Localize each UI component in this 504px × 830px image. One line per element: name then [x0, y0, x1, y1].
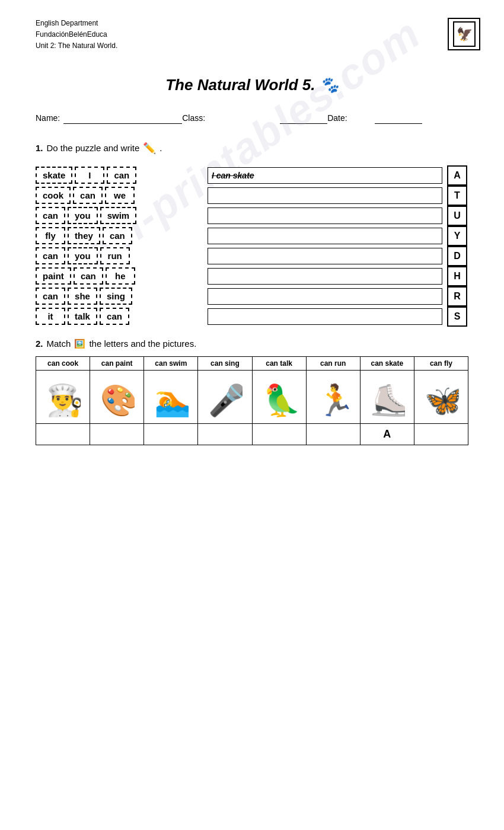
svg-text:🦜: 🦜: [262, 382, 296, 419]
word-box-can: can: [36, 247, 65, 264]
puzzle-row-7: ittalkcanS: [36, 307, 468, 327]
match-img-3: 🎤: [198, 370, 252, 423]
header-area: English Department FundaciónBelénEduca U…: [0, 0, 504, 58]
letter-box-D: D: [447, 246, 467, 266]
word-box-he: he: [106, 267, 135, 285]
svg-text:🎤: 🎤: [208, 382, 243, 419]
class-field: Class:: [182, 112, 327, 124]
match-header-1: can paint: [90, 356, 144, 370]
match-answer-4[interactable]: [252, 423, 306, 445]
date-field: Date:: [327, 112, 422, 124]
answer-box-0[interactable]: I can skate: [208, 167, 442, 184]
section2-text2: the letters and the pictures.: [89, 339, 196, 349]
match-img-0: 👨‍🍳: [36, 370, 90, 423]
name-input-line[interactable]: [63, 112, 182, 124]
name-label: Name:: [36, 113, 60, 123]
letter-box-S: S: [447, 307, 467, 327]
match-image-row: 👨‍🍳🎨🏊🎤🦜🏃⛸️🦋: [36, 370, 468, 423]
match-answer-2[interactable]: [144, 423, 198, 445]
match-img-2: 🏊: [144, 370, 198, 423]
match-header-0: can cook: [36, 356, 90, 370]
match-header-2: can swim: [144, 356, 198, 370]
match-img-1: 🎨: [90, 370, 144, 423]
match-answer-3[interactable]: [198, 423, 252, 445]
section1-text: Do the puzzle and write: [47, 143, 140, 153]
puzzle-row-4: canyourunD: [36, 246, 468, 266]
match-answer-7[interactable]: [414, 423, 468, 445]
date-input-line[interactable]: [375, 112, 422, 124]
match-header-3: can sing: [198, 356, 252, 370]
answer-box-2[interactable]: [208, 208, 442, 224]
letter-box-A: A: [447, 165, 467, 186]
header-line2: FundaciónBelénEduca: [36, 29, 117, 40]
match-img-4: 🦜: [252, 370, 306, 423]
word-box-can: can: [107, 167, 136, 184]
answer-box-6[interactable]: [208, 288, 442, 305]
match-answer-1[interactable]: [90, 423, 144, 445]
section1-number: 1.: [36, 143, 43, 153]
match-img-5: 🏃: [306, 370, 360, 423]
answer-box-4[interactable]: [208, 248, 442, 264]
header-line3: Unit 2: The Natural World.: [36, 40, 117, 52]
svg-text:👨‍🍳: 👨‍🍳: [46, 382, 81, 419]
match-header-4: can talk: [252, 356, 306, 370]
match-icon: 🖼️: [74, 339, 85, 349]
word-box-it: it: [36, 308, 65, 325]
name-field: Name:: [36, 112, 182, 124]
svg-text:🏊: 🏊: [154, 382, 189, 419]
match-answer-0[interactable]: [36, 423, 90, 445]
word-box-I: I: [75, 167, 104, 184]
word-box-talk: talk: [68, 308, 97, 325]
word-box-cook: cook: [36, 187, 71, 204]
word-box-you: you: [68, 207, 98, 224]
section1-instruction: 1. Do the puzzle and write ✏️ .: [36, 142, 468, 155]
match-header-row: can cookcan paintcan swimcan singcan tal…: [36, 356, 468, 370]
section2-instruction: 2. Match 🖼️ the letters and the pictures…: [36, 339, 468, 349]
word-box-paint: paint: [36, 267, 71, 285]
word-box-can: can: [103, 227, 132, 244]
word-box-can: can: [74, 267, 103, 285]
word-box-you: you: [68, 247, 98, 264]
svg-text:⛸️: ⛸️: [371, 382, 405, 419]
letter-box-H: H: [447, 266, 467, 286]
puzzle-row-5: paintcanheH: [36, 266, 468, 286]
section2-text: Match: [47, 339, 71, 349]
word-box-can: can: [36, 207, 65, 224]
puzzle-row-0: skateIcanI can skateA: [36, 165, 468, 186]
match-header-7: can fly: [414, 356, 468, 370]
answer-box-3[interactable]: [208, 228, 442, 244]
svg-text:🦋: 🦋: [425, 382, 459, 419]
match-answer-row: A: [36, 423, 468, 445]
svg-text:🎨: 🎨: [100, 382, 135, 419]
puzzle-row-2: canyouswimU: [36, 206, 468, 226]
puzzle-row-6: canshesingR: [36, 286, 468, 307]
fields-row: Name: Class: Date:: [0, 112, 504, 124]
school-logo: 🦅: [448, 18, 480, 50]
letter-box-T: T: [447, 186, 467, 206]
class-label: Class:: [182, 113, 205, 123]
word-box-can: can: [100, 308, 129, 325]
class-input-line[interactable]: [280, 112, 327, 124]
puzzle-row-1: cookcanweT: [36, 186, 468, 206]
match-img-6: ⛸️: [360, 370, 414, 423]
section2-number: 2.: [36, 339, 43, 349]
match-table: can cookcan paintcan swimcan singcan tal…: [36, 356, 468, 445]
answer-box-7[interactable]: [208, 308, 442, 325]
letter-box-Y: Y: [447, 226, 467, 246]
word-box-sing: sing: [100, 288, 132, 305]
letter-box-R: R: [447, 286, 467, 307]
page-title: The Natural World 5. 🐾: [0, 76, 504, 94]
match-answer-6[interactable]: A: [360, 423, 414, 445]
section1-period: .: [160, 143, 162, 153]
word-box-fly: fly: [36, 227, 65, 244]
answer-box-1[interactable]: [208, 187, 442, 204]
paw-icon: 🐾: [320, 76, 339, 94]
match-answer-5[interactable]: [306, 423, 360, 445]
puzzle-row-3: flytheycanY: [36, 226, 468, 246]
answer-box-5[interactable]: [208, 268, 442, 285]
match-header-5: can run: [306, 356, 360, 370]
word-box-they: they: [68, 227, 100, 244]
section2: 2. Match 🖼️ the letters and the pictures…: [0, 339, 504, 445]
word-box-can: can: [36, 288, 65, 305]
puzzle-table: skateIcanI can skateAcookcanweTcanyouswi…: [36, 165, 468, 327]
